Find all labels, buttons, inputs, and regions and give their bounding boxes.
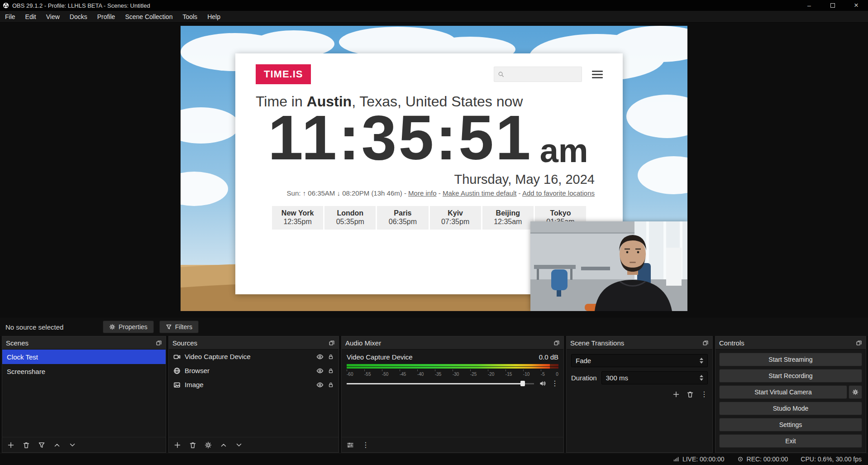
studio-mode-button[interactable]: Studio Mode [719,402,862,415]
menu-help[interactable]: Help [202,11,225,22]
city-name: New York [272,209,323,217]
gear-icon [109,324,115,330]
timeis-clock: 11:35:51 am [268,112,598,164]
chevron-up-icon[interactable] [700,358,703,360]
audio-mixer-panel: Audio Mixer Video Capture Device 0.0 dB … [341,336,564,453]
virtual-camera-settings-button[interactable] [849,385,862,399]
close-button[interactable]: × [844,0,868,11]
menu-view[interactable]: View [41,11,65,22]
remove-source-button[interactable] [189,441,196,449]
scene-transitions-panel: Scene Transitions Fade Duration 300 ms [566,336,713,453]
preview-canvas[interactable]: TIME.IS Time in Austin, Texas, United St… [181,26,687,311]
menu-docks[interactable]: Docks [65,11,92,22]
sources-panel: Sources Video Capture Device Browser [168,336,339,453]
settings-button[interactable]: Settings [719,418,862,431]
city-name: Paris [377,209,428,217]
lock-button[interactable] [328,368,334,374]
exit-button[interactable]: Exit [719,434,862,448]
mixer-toolbar: ⋮ [342,437,563,452]
globe-icon [173,367,181,374]
city-cell: Beijing12:35am [482,206,534,230]
transitions-title: Scene Transitions [570,339,702,347]
menu-profile[interactable]: Profile [92,11,120,22]
start-recording-button[interactable]: Start Recording [719,369,862,383]
start-streaming-button[interactable]: Start Streaming [719,353,862,366]
volume-slider[interactable] [347,380,534,387]
source-item-video-capture[interactable]: Video Capture Device [169,350,339,364]
menu-tools[interactable]: Tools [177,11,202,22]
controls-popout-button[interactable] [856,340,862,346]
menu-edit[interactable]: Edit [20,11,41,22]
chevron-down-icon [69,441,76,449]
visibility-eye-button[interactable] [316,367,324,374]
meter-bar-right [347,367,558,369]
controls-panel: Controls Start Streaming Start Recording… [715,336,866,453]
titlebar: OBS 29.1.2 - Profile: LLHLS BETA - Scene… [0,0,868,11]
mixer-channel-name: Video Capture Device [347,353,413,361]
lock-button[interactable] [328,354,334,360]
sources-header: Sources [169,336,339,350]
popout-icon [329,340,335,346]
source-item-image[interactable]: Image [169,378,339,392]
mixer-channel: Video Capture Device 0.0 dB -60-55-50-45… [342,350,563,437]
visibility-eye-button[interactable] [316,353,324,360]
move-source-up-button[interactable] [220,441,227,449]
favorite-locations-link: Add to favorite locations [522,189,595,197]
visibility-eye-button[interactable] [316,381,324,388]
remove-scene-button[interactable] [23,441,30,449]
mixer-options-button[interactable]: ⋮ [362,441,369,449]
scene-filters-button[interactable] [38,441,45,449]
mute-button[interactable] [539,380,546,387]
scene-item-screenshare[interactable]: Screenshare [2,364,166,379]
popout-icon [856,340,862,346]
minimize-button[interactable]: – [797,0,821,11]
window-controls: – × [797,0,868,11]
menu-scene-collection[interactable]: Scene Collection [120,11,177,22]
maximize-button[interactable] [821,0,844,11]
preview-area: TIME.IS Time in Austin, Texas, United St… [0,23,868,318]
slider-handle[interactable] [520,381,525,386]
webcam-video-frame [530,221,687,311]
move-scene-up-button[interactable] [53,441,61,449]
obs-window: OBS 29.1.2 - Profile: LLHLS BETA - Scene… [0,0,868,465]
sources-title: Sources [172,339,329,347]
duration-label: Duration [571,374,597,382]
timeis-date: Thursday, May 16, 2024 [235,172,595,187]
remove-transition-button[interactable] [687,391,694,398]
transitions-popout-button[interactable] [702,340,709,346]
duration-spinner[interactable]: 300 ms [601,371,708,384]
chevron-down-icon[interactable] [700,379,703,381]
transition-options-button[interactable]: ⋮ [701,391,708,398]
add-source-button[interactable] [174,441,181,449]
clock-time: 11:35:51 [268,112,533,164]
channel-options-button[interactable]: ⋮ [551,380,558,387]
sources-popout-button[interactable] [329,340,335,346]
lock-button[interactable] [328,382,334,388]
source-item-browser[interactable]: Browser [169,364,339,378]
slider-fill [347,383,523,384]
scene-item-clock-test[interactable]: Clock Test [2,350,166,364]
add-scene-button[interactable] [7,441,14,449]
menu-file[interactable]: File [0,11,20,22]
properties-button[interactable]: Properties [103,321,154,333]
move-scene-down-button[interactable] [69,441,76,449]
source-properties-button[interactable] [205,441,212,449]
menubar: File Edit View Docks Profile Scene Colle… [0,11,868,23]
transition-dropdown[interactable]: Fade [571,354,708,367]
webcam-source[interactable] [530,221,687,311]
mixer-popout-button[interactable] [553,340,560,346]
start-virtual-camera-button[interactable]: Start Virtual Camera [719,385,847,399]
scenes-popout-button[interactable] [156,340,162,346]
add-transition-button[interactable] [672,391,680,398]
city-time: 06:35pm [377,218,428,226]
filters-button[interactable]: Filters [159,321,199,333]
audio-mixer-title: Audio Mixer [345,339,553,347]
move-source-down-button[interactable] [235,441,243,449]
advanced-audio-button[interactable] [347,441,354,449]
city-name: Tokyo [535,209,586,217]
city-name: London [324,209,376,217]
duration-row: Duration 300 ms [571,371,708,384]
chevron-down-icon[interactable] [700,361,703,364]
chevron-up-icon[interactable] [700,375,703,377]
meter-tick-ruler [347,369,558,371]
